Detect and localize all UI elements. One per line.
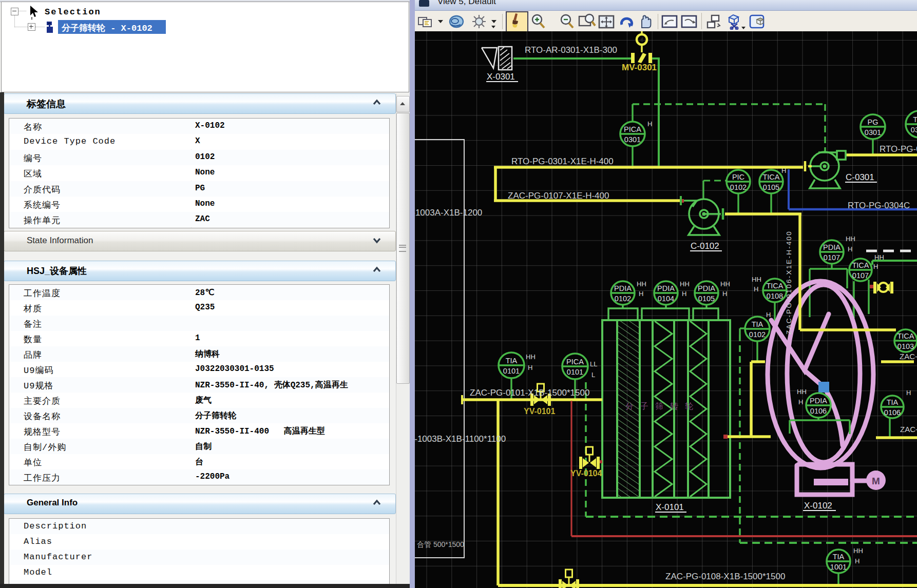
svg-text:TIC: TIC (913, 115, 917, 124)
svg-text:0102: 0102 (749, 330, 766, 339)
svg-text:TIA: TIA (833, 553, 845, 561)
svg-text:H: H (528, 364, 532, 371)
svg-text:1001: 1001 (830, 563, 847, 571)
svg-text:LL: LL (590, 360, 597, 368)
svg-text:0107: 0107 (852, 271, 869, 280)
svg-text:0102: 0102 (730, 183, 747, 191)
svg-text:0105: 0105 (763, 183, 779, 191)
svg-text:0108: 0108 (767, 292, 783, 300)
svg-text:X-0102: X-0102 (804, 501, 832, 511)
svg-text:PICA: PICA (624, 125, 641, 133)
svg-text:TIA: TIA (887, 398, 899, 406)
svg-text:H: H (855, 557, 859, 565)
svg-text:0301: 0301 (865, 128, 881, 136)
svg-text:ZAC-: ZAC- (900, 352, 917, 361)
svg-text:RTO-PG-0304C: RTO-PG-0304C (848, 201, 910, 210)
svg-text:PDIA: PDIA (823, 243, 840, 251)
svg-text:TIA: TIA (506, 357, 518, 365)
svg-text:RTO-PG-030: RTO-PG-030 (880, 144, 917, 154)
svg-text:YV-0104: YV-0104 (570, 469, 602, 478)
svg-text:0101: 0101 (503, 367, 520, 375)
svg-text:H: H (722, 290, 727, 298)
svg-text:H: H (754, 285, 758, 293)
svg-text:HH: HH (680, 280, 690, 288)
svg-text:PIC: PIC (732, 173, 744, 181)
svg-text:PDIA: PDIA (614, 284, 632, 292)
svg-text:0101: 0101 (567, 368, 583, 376)
svg-text:0301: 0301 (624, 135, 641, 144)
svg-text:HH: HH (637, 280, 646, 288)
svg-text:合管 500*1500: 合管 500*1500 (417, 540, 464, 548)
svg-text:HH: HH (853, 547, 863, 555)
svg-text:0102: 0102 (615, 295, 631, 303)
svg-text:HH: HH (526, 353, 536, 361)
svg-text:PDIA: PDIA (698, 284, 715, 292)
svg-text:HH: HH (846, 235, 855, 243)
svg-text:TIA: TIA (752, 320, 763, 328)
svg-text:H: H (873, 263, 878, 270)
svg-text:0107: 0107 (824, 253, 840, 262)
svg-text:X-0101: X-0101 (656, 502, 684, 512)
svg-text:X-0301: X-0301 (487, 72, 515, 82)
svg-text:TICA: TICA (897, 332, 914, 340)
svg-text:H: H (639, 290, 643, 298)
svg-text:0106: 0106 (810, 407, 827, 415)
svg-text:H: H (848, 245, 852, 253)
svg-text:YV-0101: YV-0101 (524, 407, 555, 416)
svg-text:H: H (647, 120, 652, 128)
svg-text:C-0301: C-0301 (846, 172, 874, 182)
svg-text:0103: 0103 (897, 342, 914, 350)
svg-text:0301: 0301 (911, 126, 917, 134)
svg-text:TICA: TICA (852, 261, 869, 269)
svg-text:ZAC-PG-0107-X1E-H-400: ZAC-PG-0107-X1E-H-400 (508, 191, 609, 201)
svg-text:RTO-AR-0301-X1B-300: RTO-AR-0301-X1B-300 (525, 45, 617, 55)
svg-text:ZAC-PG-0108-X1B-1500*1500: ZAC-PG-0108-X1B-1500*1500 (665, 572, 785, 581)
svg-text:0104: 0104 (658, 295, 674, 303)
svg-text:TICA: TICA (766, 282, 783, 290)
svg-text:ZAC-PG-0101-X1B-1500*1500: ZAC-PG-0101-X1B-1500*1500 (470, 388, 589, 398)
svg-text:M: M (872, 476, 880, 486)
svg-text:分子筛转轮: 分子筛转轮 (625, 402, 700, 410)
svg-text:HH: HH (797, 388, 807, 396)
svg-text:0105: 0105 (698, 295, 715, 303)
svg-text:L: L (591, 371, 595, 379)
svg-text:C-0102: C-0102 (691, 241, 719, 251)
svg-text:G-1003A-X1B-1200: G-1003A-X1B-1200 (415, 208, 482, 218)
svg-text:G-1003B-X1B-1100*1100: G-1003B-X1B-1100*1100 (415, 434, 506, 444)
svg-text:H: H (766, 311, 771, 319)
svg-text:PDIA: PDIA (810, 397, 827, 405)
svg-text:HH: HH (874, 253, 884, 261)
svg-text:PDIA: PDIA (657, 284, 675, 292)
svg-text:HH: HH (720, 280, 730, 288)
svg-text:H: H (798, 398, 803, 406)
svg-text:TICA: TICA (762, 173, 779, 181)
svg-text:H: H (781, 167, 786, 174)
svg-text:ZAC-PG-0106-X1E-H-400: ZAC-PG-0106-X1E-H-400 (785, 230, 793, 335)
svg-text:0106: 0106 (884, 408, 901, 417)
svg-text:MV-0301: MV-0301 (622, 63, 657, 72)
svg-text:PG: PG (868, 118, 878, 126)
svg-text:H: H (906, 389, 911, 397)
svg-text:H: H (682, 290, 686, 298)
svg-text:RTO-PG-0301-X1E-H-400: RTO-PG-0301-X1E-H-400 (511, 156, 614, 166)
svg-text:HH: HH (752, 276, 761, 283)
svg-text:PICA: PICA (566, 358, 584, 366)
svg-text:ZAC-: ZAC- (900, 425, 917, 434)
